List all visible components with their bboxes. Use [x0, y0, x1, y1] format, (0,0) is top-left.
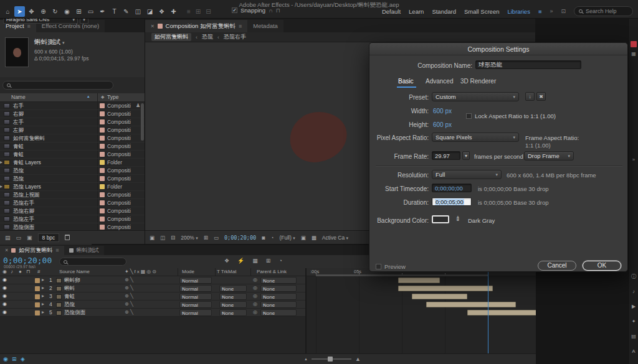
layer-duration-bar[interactable]	[426, 302, 516, 307]
duration-input[interactable]: 0;00;05;00	[432, 197, 472, 206]
layer-switches-icons[interactable]: ⊕ ╲	[125, 285, 133, 291]
pixel-aspect-ratio-dropdown[interactable]: Square Pixels▾	[432, 133, 519, 142]
project-search-input[interactable]	[2, 81, 113, 90]
label-chip[interactable]	[100, 217, 105, 222]
blend-mode-dropdown[interactable]: Normal▾	[179, 285, 212, 292]
column-source-name[interactable]: Source Name	[59, 269, 90, 274]
magnification-dropdown[interactable]: 200% ▾	[181, 235, 198, 241]
dialog-title[interactable]: Composition Settings	[369, 43, 627, 55]
snapshot-icon[interactable]: ◙	[262, 235, 265, 241]
label-chip[interactable]	[100, 184, 105, 189]
tab-metadata[interactable]: Metadata	[247, 20, 283, 32]
project-item-row[interactable]: 恐龍左手Compositi	[0, 215, 145, 223]
libraries-menu-icon[interactable]: ≡	[538, 8, 542, 15]
eye-icon[interactable]: ◉	[2, 285, 7, 291]
workspace-libraries[interactable]: Libraries	[507, 8, 530, 15]
preview-panel-icon[interactable]: ▶	[631, 304, 637, 310]
panel-menu-icon[interactable]: ≡	[55, 246, 59, 255]
eye-icon[interactable]: ◉	[2, 309, 7, 315]
pickwhip-icon[interactable]: ◎	[253, 301, 257, 307]
trkmat-dropdown[interactable]: None▾	[219, 293, 247, 300]
camera-tool-icon[interactable]: ◉	[62, 6, 72, 17]
layer-label-chip[interactable]	[35, 286, 40, 291]
close-icon[interactable]: ×	[5, 246, 8, 255]
rotation-tool-icon[interactable]: ↻	[50, 6, 60, 17]
snap-option2-icon[interactable]: ⊓	[276, 7, 280, 14]
label-chip[interactable]	[100, 160, 105, 165]
tab-basic[interactable]: Basic	[398, 78, 413, 85]
resolution-dropdown[interactable]: Full▾	[432, 170, 502, 179]
puppet-tool-icon[interactable]: ✚	[168, 6, 179, 17]
transparency-grid-icon[interactable]: ▩	[312, 235, 317, 241]
frame-blending-icon[interactable]: ⊞	[266, 258, 271, 264]
tab-timeline-comp2[interactable]: 蝌蚪測試	[64, 246, 104, 255]
layer-duration-bar[interactable]	[412, 294, 467, 299]
breadcrumb-item[interactable]: 恐龍右手	[224, 33, 246, 41]
layer-duration-bar[interactable]	[398, 278, 440, 283]
project-item-row[interactable]: 青蛙Compositi	[0, 142, 145, 151]
character-panel-icon[interactable]: A	[631, 348, 637, 355]
label-chip[interactable]	[100, 208, 105, 213]
layer-duration-bar[interactable]	[467, 310, 536, 315]
trkmat-dropdown[interactable]: None▾	[219, 285, 247, 292]
save-preset-icon[interactable]: ↓	[525, 92, 535, 101]
current-time-indicator[interactable]	[488, 268, 488, 353]
label-chip[interactable]	[100, 144, 105, 149]
zoom-out-mountain-icon[interactable]: ▲	[304, 357, 308, 361]
hide-shy-icon[interactable]: ▦	[252, 258, 258, 264]
label-chip[interactable]	[100, 128, 105, 133]
fast-preview-icon[interactable]: ▣	[301, 235, 306, 241]
show-snapshot-icon[interactable]: ◔	[270, 235, 274, 241]
viewer-timecode[interactable]: 0;00;20;00	[224, 235, 256, 241]
info-panel-icon[interactable]: ⓘ	[631, 274, 637, 280]
eraser-tool-icon[interactable]: ◪	[145, 6, 155, 17]
channel-icon[interactable]: ◫	[160, 235, 165, 241]
label-chip[interactable]	[100, 176, 105, 181]
delete-preset-icon[interactable]: ✖	[536, 92, 546, 101]
effects-panel-icon[interactable]: ✦	[631, 319, 637, 325]
width-value[interactable]: 600 px	[433, 108, 452, 114]
parent-dropdown[interactable]: None▾	[260, 301, 297, 308]
eye-icon[interactable]: ◉	[2, 293, 7, 299]
brush-tool-icon[interactable]: ✎	[121, 6, 131, 17]
expander-icon[interactable]: ▸	[0, 159, 2, 165]
column-type[interactable]: Type	[107, 94, 118, 100]
swatches-panel-icon[interactable]: ▦	[631, 51, 637, 57]
layer-switches-icons[interactable]: ⊕ ╲	[125, 309, 133, 315]
tab-timeline-comp[interactable]: × 如何當隻蝌蚪 ≡	[0, 246, 64, 255]
project-item-row[interactable]: 恐龍右手Compositi	[0, 199, 145, 207]
motion-blur-icon[interactable]: ◔	[279, 258, 282, 264]
preview-toggle-icon[interactable]: ▣	[150, 235, 155, 241]
breadcrumb-item[interactable]: 恐龍	[202, 33, 213, 41]
frame-rate-chevron-icon[interactable]: ▾	[462, 151, 470, 160]
ok-button[interactable]: OK	[583, 261, 621, 271]
project-item-row[interactable]: 左手Compositi	[0, 118, 145, 126]
roto-brush-tool-icon[interactable]: ❖	[156, 6, 167, 17]
height-value[interactable]: 600 px	[433, 121, 452, 128]
composition-mini-icon[interactable]: ⊞	[12, 356, 17, 362]
label-chip[interactable]	[100, 168, 105, 173]
layer-row[interactable]: ◉▸4恐龍⊕ ╲ Normal▾ None▾ ◎ None▾	[0, 301, 305, 309]
drop-frame-dropdown[interactable]: Drop Frame▾	[524, 151, 574, 161]
active-camera-dropdown[interactable]: Active Ca ▾	[322, 235, 348, 241]
eye-icon[interactable]: ◉	[2, 277, 7, 282]
draft-3d-icon[interactable]: ⚡	[237, 258, 244, 264]
tab-3d-renderer[interactable]: 3D Renderer	[460, 78, 496, 85]
project-item-row[interactable]: 恐龍Compositi	[0, 175, 145, 183]
trkmat-dropdown[interactable]: None▾	[219, 309, 247, 316]
current-timecode[interactable]: 0;00;20;00	[3, 256, 52, 265]
timeline-search-input[interactable]	[59, 258, 126, 266]
workspace-standard[interactable]: Standard	[432, 8, 456, 15]
overflow-chevron-icon[interactable]: »	[631, 157, 637, 163]
project-item-row[interactable]: 恐龍右腳Compositi	[0, 207, 145, 215]
trkmat-dropdown[interactable]: None▾	[219, 301, 247, 308]
tab-advanced[interactable]: Advanced	[426, 78, 453, 85]
workspace-search-icon[interactable]: ⊡	[561, 8, 566, 14]
parent-dropdown[interactable]: None▾	[260, 309, 297, 316]
blend-mode-dropdown[interactable]: Normal▾	[179, 301, 212, 308]
project-item-row[interactable]: 恐龍側面Compositi	[0, 223, 145, 230]
layer-label-chip[interactable]	[35, 302, 40, 307]
new-composition-icon[interactable]: ▣	[27, 235, 32, 241]
flowchart-icon[interactable]: ◈	[21, 356, 25, 362]
new-folder-icon[interactable]: ▭	[16, 235, 22, 241]
